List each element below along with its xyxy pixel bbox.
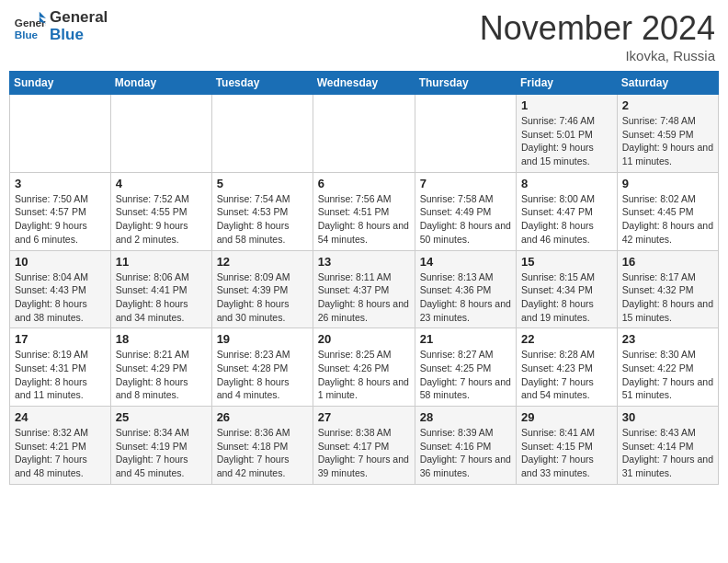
day-info: Sunrise: 8:15 AM Sunset: 4:34 PM Dayligh… bbox=[521, 270, 612, 325]
day-number: 6 bbox=[318, 177, 410, 190]
calendar-cell: 1Sunrise: 7:46 AM Sunset: 5:01 PM Daylig… bbox=[517, 95, 618, 173]
day-info: Sunrise: 8:41 AM Sunset: 4:15 PM Dayligh… bbox=[521, 426, 612, 480]
day-info: Sunrise: 7:50 AM Sunset: 4:57 PM Dayligh… bbox=[15, 192, 106, 247]
svg-text:Blue: Blue bbox=[15, 28, 39, 40]
calendar-cell: 22Sunrise: 8:28 AM Sunset: 4:23 PM Dayli… bbox=[517, 328, 618, 407]
day-info: Sunrise: 8:28 AM Sunset: 4:23 PM Dayligh… bbox=[521, 348, 612, 402]
day-info: Sunrise: 8:39 AM Sunset: 4:16 PM Dayligh… bbox=[420, 426, 511, 480]
page-header: General Blue General Blue November 2024 … bbox=[9, 9, 719, 63]
day-info: Sunrise: 8:34 AM Sunset: 4:19 PM Dayligh… bbox=[116, 426, 207, 480]
day-number: 9 bbox=[622, 177, 713, 190]
calendar-week-3: 10Sunrise: 8:04 AM Sunset: 4:43 PM Dayli… bbox=[10, 250, 719, 328]
day-info: Sunrise: 8:30 AM Sunset: 4:22 PM Dayligh… bbox=[622, 348, 713, 402]
day-info: Sunrise: 8:17 AM Sunset: 4:32 PM Dayligh… bbox=[622, 270, 713, 325]
calendar-week-5: 24Sunrise: 8:32 AM Sunset: 4:21 PM Dayli… bbox=[10, 407, 719, 485]
day-info: Sunrise: 7:56 AM Sunset: 4:51 PM Dayligh… bbox=[318, 192, 410, 247]
calendar-cell bbox=[211, 95, 313, 173]
day-number: 17 bbox=[15, 332, 106, 346]
day-number: 24 bbox=[15, 410, 106, 424]
day-info: Sunrise: 8:38 AM Sunset: 4:17 PM Dayligh… bbox=[318, 426, 410, 480]
day-info: Sunrise: 7:52 AM Sunset: 4:55 PM Dayligh… bbox=[116, 192, 207, 247]
calendar-week-4: 17Sunrise: 8:19 AM Sunset: 4:31 PM Dayli… bbox=[10, 328, 719, 407]
day-number: 11 bbox=[116, 255, 207, 269]
day-info: Sunrise: 8:21 AM Sunset: 4:29 PM Dayligh… bbox=[116, 348, 207, 402]
month-title: November 2024 bbox=[480, 9, 715, 48]
calendar-cell: 5Sunrise: 7:54 AM Sunset: 4:53 PM Daylig… bbox=[211, 172, 313, 250]
calendar-body: 1Sunrise: 7:46 AM Sunset: 5:01 PM Daylig… bbox=[10, 95, 719, 485]
logo: General Blue General Blue bbox=[13, 9, 108, 43]
day-info: Sunrise: 8:27 AM Sunset: 4:25 PM Dayligh… bbox=[420, 348, 511, 402]
calendar-cell: 17Sunrise: 8:19 AM Sunset: 4:31 PM Dayli… bbox=[10, 328, 111, 407]
day-info: Sunrise: 8:00 AM Sunset: 4:47 PM Dayligh… bbox=[521, 192, 612, 247]
day-info: Sunrise: 7:58 AM Sunset: 4:49 PM Dayligh… bbox=[420, 192, 511, 247]
calendar-cell: 20Sunrise: 8:25 AM Sunset: 4:26 PM Dayli… bbox=[313, 328, 415, 407]
calendar-cell: 23Sunrise: 8:30 AM Sunset: 4:22 PM Dayli… bbox=[617, 328, 718, 407]
calendar-cell bbox=[10, 95, 111, 173]
calendar-cell: 13Sunrise: 8:11 AM Sunset: 4:37 PM Dayli… bbox=[313, 250, 415, 328]
calendar-cell: 28Sunrise: 8:39 AM Sunset: 4:16 PM Dayli… bbox=[415, 407, 516, 485]
day-info: Sunrise: 8:43 AM Sunset: 4:14 PM Dayligh… bbox=[622, 426, 713, 480]
calendar-cell: 24Sunrise: 8:32 AM Sunset: 4:21 PM Dayli… bbox=[10, 407, 111, 485]
calendar-cell: 29Sunrise: 8:41 AM Sunset: 4:15 PM Dayli… bbox=[517, 407, 618, 485]
calendar-cell: 7Sunrise: 7:58 AM Sunset: 4:49 PM Daylig… bbox=[415, 172, 516, 250]
calendar-cell: 14Sunrise: 8:13 AM Sunset: 4:36 PM Dayli… bbox=[415, 250, 516, 328]
calendar-week-1: 1Sunrise: 7:46 AM Sunset: 5:01 PM Daylig… bbox=[10, 95, 719, 173]
calendar-cell: 30Sunrise: 8:43 AM Sunset: 4:14 PM Dayli… bbox=[617, 407, 718, 485]
day-number: 4 bbox=[116, 177, 207, 190]
day-info: Sunrise: 8:09 AM Sunset: 4:39 PM Dayligh… bbox=[217, 270, 308, 325]
day-number: 15 bbox=[521, 255, 612, 269]
calendar-cell: 3Sunrise: 7:50 AM Sunset: 4:57 PM Daylig… bbox=[10, 172, 111, 250]
day-number: 29 bbox=[521, 410, 612, 424]
calendar-cell: 19Sunrise: 8:23 AM Sunset: 4:28 PM Dayli… bbox=[211, 328, 313, 407]
weekday-header-friday: Friday bbox=[517, 72, 618, 95]
day-number: 25 bbox=[116, 410, 207, 424]
day-info: Sunrise: 7:48 AM Sunset: 4:59 PM Dayligh… bbox=[622, 114, 713, 168]
weekday-header-wednesday: Wednesday bbox=[313, 72, 415, 95]
day-number: 27 bbox=[318, 410, 410, 424]
day-number: 13 bbox=[318, 255, 410, 269]
day-info: Sunrise: 8:02 AM Sunset: 4:45 PM Dayligh… bbox=[622, 192, 713, 247]
day-number: 7 bbox=[420, 177, 511, 190]
day-number: 30 bbox=[622, 410, 713, 424]
day-number: 3 bbox=[15, 177, 106, 190]
day-info: Sunrise: 8:23 AM Sunset: 4:28 PM Dayligh… bbox=[217, 348, 308, 402]
calendar-table: SundayMondayTuesdayWednesdayThursdayFrid… bbox=[9, 71, 719, 485]
title-block: November 2024 Ikovka, Russia bbox=[480, 9, 715, 63]
weekday-header-tuesday: Tuesday bbox=[211, 72, 313, 95]
calendar-cell: 15Sunrise: 8:15 AM Sunset: 4:34 PM Dayli… bbox=[517, 250, 618, 328]
day-number: 8 bbox=[521, 177, 612, 190]
day-info: Sunrise: 8:25 AM Sunset: 4:26 PM Dayligh… bbox=[318, 348, 410, 402]
calendar-cell: 11Sunrise: 8:06 AM Sunset: 4:41 PM Dayli… bbox=[110, 250, 211, 328]
day-info: Sunrise: 8:36 AM Sunset: 4:18 PM Dayligh… bbox=[217, 426, 308, 480]
logo-text: General Blue bbox=[50, 9, 108, 43]
svg-text:General: General bbox=[15, 17, 46, 29]
calendar-cell: 9Sunrise: 8:02 AM Sunset: 4:45 PM Daylig… bbox=[617, 172, 718, 250]
location: Ikovka, Russia bbox=[480, 48, 715, 63]
day-number: 2 bbox=[622, 98, 713, 112]
calendar-cell: 27Sunrise: 8:38 AM Sunset: 4:17 PM Dayli… bbox=[313, 407, 415, 485]
calendar-cell: 26Sunrise: 8:36 AM Sunset: 4:18 PM Dayli… bbox=[211, 407, 313, 485]
day-number: 23 bbox=[622, 332, 713, 346]
day-info: Sunrise: 8:11 AM Sunset: 4:37 PM Dayligh… bbox=[318, 270, 410, 325]
day-number: 5 bbox=[217, 177, 308, 190]
weekday-header-thursday: Thursday bbox=[415, 72, 516, 95]
calendar-header: SundayMondayTuesdayWednesdayThursdayFrid… bbox=[10, 72, 719, 95]
calendar-cell: 4Sunrise: 7:52 AM Sunset: 4:55 PM Daylig… bbox=[110, 172, 211, 250]
weekday-header-row: SundayMondayTuesdayWednesdayThursdayFrid… bbox=[10, 72, 719, 95]
day-info: Sunrise: 8:13 AM Sunset: 4:36 PM Dayligh… bbox=[420, 270, 511, 325]
day-number: 19 bbox=[217, 332, 308, 346]
day-number: 18 bbox=[116, 332, 207, 346]
weekday-header-saturday: Saturday bbox=[617, 72, 718, 95]
day-number: 16 bbox=[622, 255, 713, 269]
day-info: Sunrise: 8:06 AM Sunset: 4:41 PM Dayligh… bbox=[116, 270, 207, 325]
calendar-cell: 2Sunrise: 7:48 AM Sunset: 4:59 PM Daylig… bbox=[617, 95, 718, 173]
day-info: Sunrise: 8:19 AM Sunset: 4:31 PM Dayligh… bbox=[15, 348, 106, 402]
day-number: 21 bbox=[420, 332, 511, 346]
calendar-cell: 21Sunrise: 8:27 AM Sunset: 4:25 PM Dayli… bbox=[415, 328, 516, 407]
day-number: 10 bbox=[15, 255, 106, 269]
day-info: Sunrise: 8:04 AM Sunset: 4:43 PM Dayligh… bbox=[15, 270, 106, 325]
calendar-cell: 8Sunrise: 8:00 AM Sunset: 4:47 PM Daylig… bbox=[517, 172, 618, 250]
day-number: 22 bbox=[521, 332, 612, 346]
weekday-header-monday: Monday bbox=[110, 72, 211, 95]
day-number: 1 bbox=[521, 98, 612, 112]
